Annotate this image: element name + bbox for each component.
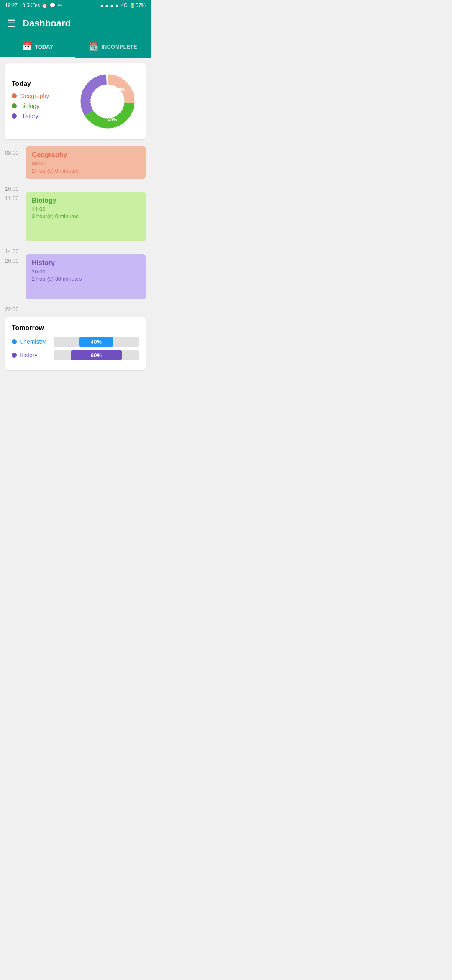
- chemistry-dot: [12, 339, 17, 344]
- biology-event[interactable]: Biology 11:00 3 hour(s) 0 minutes: [26, 192, 146, 241]
- status-speed: 0.5KB/s: [22, 3, 40, 8]
- tab-today-label: TODAY: [35, 44, 53, 50]
- geography-start-time: 08:00: [32, 160, 140, 167]
- time-row-2230: 22:30: [5, 303, 146, 312]
- today-chart-card: Today Geography Biology History: [5, 63, 146, 139]
- time-label-1400: 14:00: [5, 245, 26, 254]
- biology-duration: 3 hour(s) 0 minutes: [32, 213, 140, 219]
- time-label-2230: 22:30: [5, 303, 26, 312]
- history-event[interactable]: History 20:00 2 hour(s) 30 minutes: [26, 254, 146, 299]
- history-percent: 60%: [91, 352, 102, 358]
- signal-icon: ▲▲▲▲: [99, 3, 119, 8]
- tab-incomplete-label: INCOMPLETE: [101, 44, 137, 50]
- history-label: History: [20, 113, 39, 119]
- time-label-0800: 08:00: [5, 146, 26, 156]
- time-label-1100: 11:00: [5, 192, 26, 201]
- tab-bar: 📅 TODAY 📆 INCOMPLETE: [0, 36, 151, 58]
- status-time: 19:27: [5, 3, 18, 8]
- chart-title: Today: [12, 80, 69, 88]
- network-type: 4G: [121, 3, 128, 8]
- history-subject: History: [32, 259, 140, 267]
- geography-duration: 2 hour(s) 0 minutes: [32, 168, 140, 174]
- legend-history: History: [12, 113, 69, 119]
- tomorrow-chemistry-row: Chemistry 40%: [12, 337, 139, 347]
- tomorrow-title: Tomorrow: [12, 324, 139, 332]
- main-content: Today Geography Biology History: [0, 58, 151, 375]
- chemistry-progress-bar: 40%: [79, 337, 113, 347]
- status-left: 19:27 | 0.5KB/s ⏰ 💬 •••: [5, 3, 63, 8]
- tomorrow-history-dot: [12, 353, 17, 358]
- tomorrow-card: Tomorrow Chemistry 40% History 60%: [5, 317, 146, 370]
- history-start-time: 20:00: [32, 268, 140, 275]
- geography-event[interactable]: Geography 08:00 2 hour(s) 0 minutes: [26, 146, 146, 179]
- tomorrow-history-subject: History: [12, 352, 49, 358]
- svg-text:26%: 26%: [116, 87, 126, 92]
- time-row-1000: 10:00: [5, 182, 146, 192]
- donut-svg: 26% 40% 33%: [76, 70, 139, 133]
- history-progress-bar: 60%: [71, 350, 122, 360]
- time-row-2000: 20:00 History 20:00 2 hour(s) 30 minutes: [5, 254, 146, 303]
- biology-start-time: 11:00: [32, 206, 140, 212]
- timeline: 08:00 Geography 08:00 2 hour(s) 0 minute…: [5, 146, 146, 312]
- battery-level: 🔋57%: [129, 3, 146, 8]
- time-label-2000: 20:00: [5, 254, 26, 264]
- chemistry-label: Chemistry: [19, 338, 46, 345]
- tomorrow-history-label: History: [19, 352, 38, 358]
- calendar-x-icon: 📆: [89, 42, 98, 51]
- time-label-1000: 10:00: [5, 182, 26, 192]
- biology-subject: Biology: [32, 197, 140, 204]
- history-progress-container: 60%: [54, 350, 139, 360]
- time-row-1400: 14:00: [5, 245, 146, 254]
- status-right: ▲▲▲▲ 4G 🔋57%: [99, 3, 146, 8]
- geography-subject: Geography: [32, 151, 140, 159]
- hamburger-menu-icon[interactable]: ☰: [7, 18, 16, 29]
- alarm-icon: ⏰: [41, 3, 48, 8]
- svg-text:33%: 33%: [89, 98, 98, 103]
- chemistry-percent: 40%: [91, 339, 102, 345]
- legend-biology: Biology: [12, 103, 69, 109]
- tab-incomplete[interactable]: 📆 INCOMPLETE: [75, 36, 151, 58]
- app-title: Dashboard: [23, 18, 71, 29]
- history-dot: [12, 113, 17, 119]
- calendar-icon: 📅: [22, 42, 31, 51]
- tab-today[interactable]: 📅 TODAY: [0, 36, 75, 58]
- app-bar: ☰ Dashboard: [0, 11, 151, 36]
- biology-dot: [12, 103, 17, 108]
- messenger-icon: 💬: [49, 3, 56, 8]
- chart-legend: Today Geography Biology History: [12, 80, 69, 123]
- more-icon: •••: [57, 3, 63, 8]
- donut-chart: 26% 40% 33%: [76, 70, 139, 133]
- time-row-0800: 08:00 Geography 08:00 2 hour(s) 0 minute…: [5, 146, 146, 182]
- time-row-1100: 11:00 Biology 11:00 3 hour(s) 0 minutes: [5, 192, 146, 245]
- status-bar: 19:27 | 0.5KB/s ⏰ 💬 ••• ▲▲▲▲ 4G 🔋57%: [0, 0, 151, 11]
- geography-label: Geography: [20, 93, 49, 99]
- chemistry-progress-container: 40%: [54, 337, 139, 347]
- svg-text:40%: 40%: [108, 117, 117, 122]
- biology-label: Biology: [20, 103, 39, 109]
- geography-dot: [12, 93, 17, 98]
- status-network: |: [19, 3, 21, 8]
- tomorrow-history-row: History 60%: [12, 350, 139, 360]
- legend-geography: Geography: [12, 93, 69, 99]
- history-duration: 2 hour(s) 30 minutes: [32, 276, 140, 282]
- tomorrow-chemistry-subject: Chemistry: [12, 338, 49, 345]
